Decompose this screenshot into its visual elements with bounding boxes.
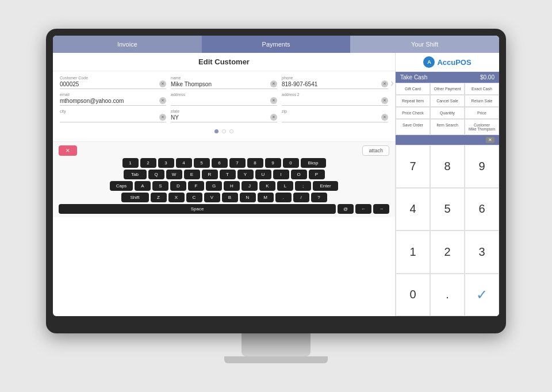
clear-customer-code[interactable]: ✕ bbox=[159, 80, 166, 87]
key-space[interactable]: Space bbox=[59, 204, 336, 214]
key-e[interactable]: E bbox=[184, 170, 200, 179]
numpad-1[interactable]: 1 bbox=[396, 230, 430, 274]
keyboard-delete-button[interactable]: ✕ bbox=[59, 145, 77, 156]
key-o[interactable]: O bbox=[291, 170, 307, 179]
keyboard-area: ✕ attach 1 2 3 4 bbox=[53, 141, 395, 217]
key-k[interactable]: K bbox=[259, 181, 275, 191]
key-tab[interactable]: Tab bbox=[124, 170, 147, 179]
key-6[interactable]: 6 bbox=[212, 158, 228, 168]
key-x[interactable]: X bbox=[168, 193, 185, 202]
key-l[interactable]: L bbox=[277, 181, 293, 191]
take-cash-bar[interactable]: Take Cash $0.00 bbox=[396, 72, 499, 83]
field-customer-code: Customer Code 000025 ✕ bbox=[60, 76, 166, 89]
action-price-check[interactable]: Price Check bbox=[396, 107, 430, 119]
key-1[interactable]: 1 bbox=[122, 158, 139, 168]
numpad-decimal[interactable]: . bbox=[430, 274, 465, 317]
key-m[interactable]: M bbox=[258, 193, 274, 202]
clear-name[interactable]: ✕ bbox=[270, 80, 277, 87]
key-period[interactable]: . bbox=[275, 193, 292, 202]
key-enter[interactable]: Enter bbox=[313, 181, 338, 191]
key-9[interactable]: 9 bbox=[265, 158, 281, 168]
key-t[interactable]: T bbox=[220, 170, 236, 179]
action-cancel-sale[interactable]: Cancel Sale bbox=[430, 95, 465, 107]
field-zip: zip ✕ bbox=[282, 109, 388, 122]
tab-invoice[interactable]: Invoice bbox=[53, 36, 202, 53]
key-y[interactable]: Y bbox=[237, 170, 254, 179]
key-i[interactable]: I bbox=[273, 170, 289, 179]
key-question[interactable]: ? bbox=[311, 193, 327, 202]
key-g[interactable]: G bbox=[206, 181, 222, 191]
key-p[interactable]: P bbox=[309, 170, 325, 179]
action-repeat-item[interactable]: Repeat Item bbox=[396, 95, 430, 107]
key-z[interactable]: Z bbox=[151, 193, 167, 202]
clear-address2[interactable]: ✕ bbox=[381, 97, 388, 104]
numpad-close-button[interactable]: ✕ bbox=[486, 137, 494, 143]
numpad-3[interactable]: 3 bbox=[465, 230, 499, 274]
dot-3[interactable] bbox=[229, 129, 233, 133]
form-row-1: Customer Code 000025 ✕ name Mike Thompso… bbox=[60, 76, 388, 89]
field-name: name Mike Thompson ✕ bbox=[171, 76, 277, 89]
numpad-8[interactable]: 8 bbox=[430, 145, 465, 188]
numpad-6[interactable]: 6 bbox=[465, 188, 499, 231]
key-5[interactable]: 5 bbox=[194, 158, 210, 168]
key-j[interactable]: J bbox=[241, 181, 258, 191]
action-price[interactable]: Price bbox=[465, 107, 499, 119]
keyboard-topbar: ✕ attach bbox=[59, 145, 389, 156]
action-other-payment[interactable]: Other Payment bbox=[430, 83, 465, 95]
numpad-4[interactable]: 4 bbox=[396, 188, 430, 231]
key-r[interactable]: R bbox=[202, 170, 218, 179]
key-shift[interactable]: Shift bbox=[121, 193, 149, 202]
numpad-5[interactable]: 5 bbox=[430, 188, 465, 231]
key-3[interactable]: 3 bbox=[158, 158, 174, 168]
key-s[interactable]: S bbox=[152, 181, 168, 191]
key-n[interactable]: N bbox=[240, 193, 256, 202]
numpad-enter[interactable]: ✓ bbox=[465, 274, 499, 317]
action-exact-cash[interactable]: Exact Cash bbox=[465, 83, 499, 95]
attach-button[interactable]: attach bbox=[362, 145, 389, 156]
numpad-9[interactable]: 9 bbox=[465, 145, 499, 188]
key-slash[interactable]: / bbox=[293, 193, 309, 202]
clear-zip[interactable]: ✕ bbox=[381, 114, 388, 121]
numpad-2[interactable]: 2 bbox=[430, 230, 465, 274]
key-c[interactable]: C bbox=[186, 193, 202, 202]
key-caps[interactable]: Caps bbox=[110, 181, 133, 191]
key-a[interactable]: A bbox=[135, 181, 151, 191]
key-0[interactable]: 0 bbox=[283, 158, 299, 168]
key-f[interactable]: F bbox=[188, 181, 204, 191]
key-2[interactable]: 2 bbox=[140, 158, 156, 168]
numpad-7[interactable]: 7 bbox=[396, 145, 430, 188]
key-d[interactable]: D bbox=[170, 181, 186, 191]
dot-2[interactable] bbox=[222, 129, 226, 133]
key-u[interactable]: U bbox=[255, 170, 271, 179]
key-7[interactable]: 7 bbox=[229, 158, 246, 168]
key-8[interactable]: 8 bbox=[247, 158, 263, 168]
action-item-search[interactable]: Item Search bbox=[430, 119, 465, 135]
action-quantity[interactable]: Quantity bbox=[430, 107, 465, 119]
key-w[interactable]: W bbox=[166, 170, 182, 179]
key-backspace[interactable]: Bksp bbox=[301, 158, 326, 168]
keyboard: 1 2 3 4 5 6 7 8 9 0 Bksp bbox=[59, 158, 389, 214]
key-v[interactable]: V bbox=[204, 193, 220, 202]
action-save-order[interactable]: Save Order bbox=[396, 119, 430, 135]
action-return-sale[interactable]: Return Sale bbox=[465, 95, 499, 107]
clear-state[interactable]: ✕ bbox=[270, 114, 277, 121]
tab-yourshift[interactable]: Your Shift bbox=[350, 36, 499, 53]
clear-city[interactable]: ✕ bbox=[159, 114, 166, 121]
action-customer[interactable]: CustomerMike Thompson bbox=[465, 119, 499, 135]
form-row-2: email mthompson@yahoo.com ✕ address bbox=[60, 93, 388, 106]
clear-email[interactable]: ✕ bbox=[159, 97, 166, 104]
key-right-arrow[interactable]: → bbox=[373, 204, 389, 214]
dot-1[interactable] bbox=[214, 129, 218, 133]
key-at[interactable]: @ bbox=[338, 204, 354, 214]
key-h[interactable]: H bbox=[224, 181, 240, 191]
clear-phone[interactable]: ✕ bbox=[381, 80, 388, 87]
tab-payments[interactable]: Payments bbox=[202, 36, 351, 53]
key-q[interactable]: Q bbox=[148, 170, 164, 179]
key-semicolon[interactable]: ; bbox=[295, 181, 311, 191]
key-b[interactable]: B bbox=[222, 193, 238, 202]
key-4[interactable]: 4 bbox=[176, 158, 192, 168]
key-left-arrow[interactable]: ← bbox=[355, 204, 371, 214]
action-gift-card[interactable]: Gift Card bbox=[396, 83, 430, 95]
clear-address[interactable]: ✕ bbox=[270, 97, 277, 104]
numpad-0[interactable]: 0 bbox=[396, 274, 430, 317]
